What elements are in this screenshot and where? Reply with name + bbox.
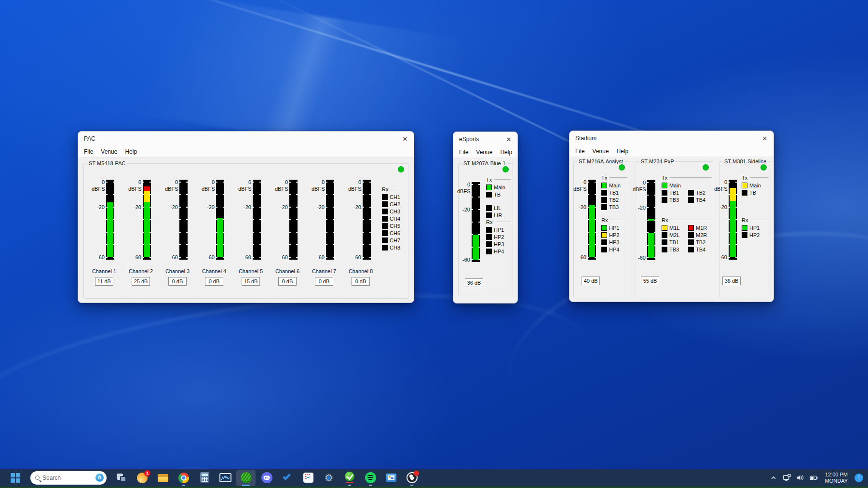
menu-file[interactable]: File (80, 148, 97, 155)
channel-gain-field[interactable]: 0 dB (352, 277, 370, 286)
meter-scale-label: 0 (348, 179, 361, 185)
calculator-icon[interactable] (195, 470, 214, 486)
channel-gain-field[interactable]: 0 dB (278, 277, 297, 286)
close-button[interactable]: ✕ (396, 132, 414, 146)
menu-file[interactable]: File (571, 148, 588, 155)
media-viewer-icon[interactable] (381, 470, 401, 486)
menubar: FileVenueHelp (78, 146, 414, 158)
meter-scale-label: dBFS (202, 185, 215, 192)
settings-icon[interactable]: ⚙ (319, 470, 339, 486)
meter-scale-label: -20 (165, 204, 178, 211)
meter-scale-label: 0 (128, 179, 141, 185)
indicator-ch1: CH1 (382, 194, 403, 200)
close-button[interactable]: ✕ (500, 132, 517, 146)
level-meter: 0dBFS-20-60 (130, 180, 151, 260)
indicator-ch8: CH8 (382, 245, 403, 251)
channel-gain-field[interactable]: 0 dB (168, 277, 187, 286)
indicator-lamp (601, 204, 607, 210)
status-indicator (619, 164, 625, 171)
file-explorer-icon[interactable] (153, 470, 173, 486)
indicator-lamp (601, 232, 607, 238)
network-icon[interactable] (783, 474, 791, 482)
dante-updater-icon[interactable] (340, 470, 359, 486)
widgets-icon[interactable]: 1 (133, 470, 152, 486)
indicator-lamp (662, 197, 667, 203)
window-title: PAC (84, 135, 95, 142)
task-view-icon[interactable] (112, 470, 131, 486)
menu-file[interactable]: File (455, 149, 472, 156)
start-button[interactable] (6, 470, 25, 486)
meter-bar (588, 180, 596, 260)
obs-icon[interactable] (402, 470, 421, 486)
legend-header-tx: Tx (601, 174, 627, 181)
menu-help[interactable]: Help (496, 149, 516, 156)
snipping-tool-icon[interactable]: ✂ (298, 470, 318, 486)
menu-venue[interactable]: Venue (472, 149, 496, 156)
indicator-tb3: TB3 (601, 204, 623, 210)
clock[interactable]: 12:00 PM MONDAY (825, 472, 848, 484)
window-body: ST-M207A-Blue-1 0dBFS-20-60 TxMainTBLILL… (453, 158, 517, 303)
tray-chevron-icon[interactable] (769, 474, 778, 482)
titlebar[interactable]: eSports ✕ (453, 132, 517, 146)
titlebar[interactable]: PAC ✕ (78, 132, 414, 146)
meter-scale-label: dBFS (714, 185, 727, 192)
channel-gain-field[interactable]: 15 dB (242, 277, 260, 286)
legend-header-rx: Rx (601, 217, 627, 223)
indicator-lamp (486, 249, 492, 254)
gain-row: 36 dB (722, 276, 741, 285)
waveform-app-icon[interactable] (216, 470, 235, 486)
legend-header-tx: Tx (662, 174, 712, 181)
menu-venue[interactable]: Venue (588, 148, 612, 155)
menu-help[interactable]: Help (612, 148, 632, 155)
media-viewer-glyph (386, 474, 396, 482)
channel-gain-field[interactable]: 25 dB (132, 277, 150, 286)
close-button[interactable]: ✕ (756, 131, 773, 145)
meter-scale-label: -20 (275, 204, 288, 211)
volume-icon[interactable] (796, 474, 805, 482)
device-name: ST-M234-PxP (639, 158, 676, 165)
io-legend: TxMainTBRxHP1HP2 (742, 174, 769, 238)
gain-field[interactable]: 36 dB (722, 277, 741, 285)
meter-bar (472, 182, 480, 262)
indicator-m1l: M1L (662, 225, 683, 231)
meter-scale-label: -20 (714, 204, 727, 211)
menu-venue[interactable]: Venue (97, 148, 121, 155)
windows-logo-icon (11, 473, 20, 483)
spotify-icon[interactable] (361, 470, 380, 486)
gain-field[interactable]: 36 dB (465, 278, 483, 287)
desktop-wallpaper: PAC ✕ FileVenueHelp ST-M5418-PAC 0dBFS-2… (0, 0, 868, 488)
window-title: Stadium (575, 135, 597, 142)
battery-icon[interactable] (810, 474, 818, 482)
channel-gain-field[interactable]: 0 dB (315, 277, 333, 286)
indicator-tb4: TB4 (688, 247, 709, 252)
meter-scale-label: dBFS (238, 185, 251, 192)
meter-scale-label: -60 (312, 254, 325, 261)
chrome-icon[interactable] (174, 470, 193, 486)
search-input[interactable] (42, 475, 93, 481)
meter-app-icon[interactable] (236, 470, 256, 486)
indicator-ch5: CH5 (382, 223, 403, 229)
device-name: ST-M381-Sideline (722, 158, 768, 165)
gain-field[interactable]: 40 dB (582, 277, 600, 285)
indicator-lamp (742, 232, 747, 238)
search-box[interactable]: b (30, 471, 107, 485)
gain-field[interactable]: 55 dB (641, 277, 659, 285)
io-legend: TxMainTBLILLIRRxHP1HP2HP3HP4 (486, 176, 511, 255)
indicator-hp1: HP1 (601, 225, 623, 231)
channel-gain-field[interactable]: 0 dB (205, 277, 223, 286)
tray-day: MONDAY (825, 478, 848, 484)
level-meter: 0dBFS-20-60 (716, 180, 737, 260)
indicator-lamp (382, 223, 388, 229)
menu-help[interactable]: Help (121, 148, 141, 155)
indicator-lamp (662, 190, 667, 196)
level-meter: 0dBFS-20-60 (313, 180, 335, 260)
running-indicator (242, 485, 250, 486)
titlebar[interactable]: Stadium ✕ (570, 131, 773, 145)
level-meter: 0dBFS-20-60 (350, 180, 371, 260)
todo-icon[interactable] (278, 470, 297, 486)
discord-icon[interactable] (257, 470, 276, 486)
channel-unit: 0dBFS-20-60Channel 70 dB (306, 180, 342, 286)
notification-badge[interactable]: 1 (854, 474, 863, 482)
channel-gain-field[interactable]: 11 dB (95, 277, 113, 286)
indicator-lamp (742, 225, 747, 231)
